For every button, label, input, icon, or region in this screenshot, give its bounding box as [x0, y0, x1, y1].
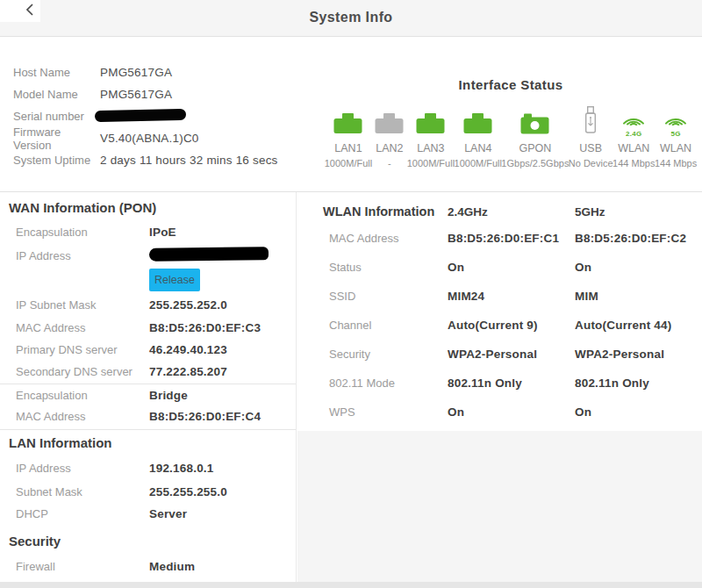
field-label: 802.11 Mode	[329, 376, 448, 390]
wlan-panel: WLAN Information 2.4GHz 5GHz MAC Address…	[297, 192, 702, 583]
device-info-row-firmware-version: Firmware VersionV5.40(ABNA.1)C0	[13, 127, 278, 149]
release-button[interactable]: Release	[149, 269, 200, 291]
interface-status-row: LAN11000M/FullLAN2-LAN31000M/FullLAN4100…	[323, 106, 698, 169]
ethernet-port-icon	[416, 106, 445, 138]
release-button-row: Release	[0, 267, 296, 293]
row-dhcp-2: DHCPServer	[0, 503, 296, 525]
ethernet-port-icon	[463, 106, 492, 138]
wlan-row-channel: ChannelAuto(Current 9)Auto(Current 44)	[297, 311, 702, 340]
system-info-page: System Info Host NamePMG5617GAModel Name…	[0, 0, 702, 588]
redaction-bar	[95, 108, 186, 121]
value-5ghz: Auto(Current 44)	[575, 319, 702, 332]
row-ip-address-0: IP Address192.168.0.1	[0, 455, 296, 481]
info-label: System Uptime	[13, 154, 100, 167]
interface-item-wlan-2-4g: 2.4GWLAN144 Mbps	[612, 106, 655, 169]
ethernet-port-icon	[463, 112, 492, 138]
interface-status-value: No Device	[569, 158, 613, 169]
value-2-4ghz: 802.11n Only	[448, 376, 575, 390]
row-ip-address-1: IP Address	[0, 244, 296, 267]
interface-item-lan4: LAN41000M/Full	[455, 106, 502, 169]
field-value: 255.255.252.0	[149, 298, 296, 312]
row-encapsulation-0: EncapsulationIPoE	[0, 219, 296, 244]
field-label: Subnet Mask	[16, 485, 149, 498]
interface-item-gpon: GPON1Gbps/2.5Gbps	[502, 106, 569, 169]
value-2-4ghz: B8:D5:26:D0:EF:C1	[448, 232, 575, 245]
wlan-column-2-4ghz: 2.4GHz	[448, 205, 575, 219]
row-secondary-dns-server-5: Secondary DNS server77.222.85.207	[0, 361, 296, 382]
interface-item-lan2: LAN2-	[372, 106, 407, 169]
ethernet-port-icon	[333, 106, 362, 138]
wlan-row-ssid: SSIDMIM24MIM	[297, 282, 702, 311]
value-5ghz: 802.11n Only	[575, 376, 702, 390]
value-2-4ghz: On	[448, 405, 575, 419]
lan-rows: IP Address192.168.0.1Subnet Mask255.255.…	[0, 455, 296, 525]
interface-name: LAN1	[334, 142, 362, 154]
row-encapsulation-6: EncapsulationBridge	[0, 384, 296, 405]
wifi-band-label: 5G	[670, 130, 680, 138]
device-info-row-serial-number: Serial number	[13, 105, 278, 127]
field-label: Primary DNS server	[16, 343, 149, 356]
field-label: IP Address	[16, 462, 149, 475]
ethernet-port-icon	[375, 106, 404, 138]
value-5ghz: On	[575, 405, 702, 419]
field-label: Encapsulation	[16, 389, 149, 402]
wlan-column-5ghz: 5GHz	[575, 205, 702, 219]
wifi-icon: 5G	[662, 106, 690, 138]
ethernet-port-icon	[333, 112, 362, 138]
interface-item-wlan-5g: 5GWLAN144 Mbps	[655, 106, 697, 169]
field-label: Channel	[329, 319, 448, 332]
wifi-icon: 2.4G	[620, 106, 648, 138]
security-heading: Security	[0, 525, 296, 553]
info-label: Firmware Version	[13, 125, 100, 152]
field-label: SSID	[329, 290, 448, 303]
panel-background	[297, 431, 702, 583]
row-firewall-0: FirewallMedium	[0, 553, 296, 579]
field-value: 192.168.0.1	[149, 462, 296, 475]
device-info-row-model-name: Model NamePMG5617GA	[13, 83, 278, 105]
gpon-icon	[520, 112, 549, 138]
field-value: 46.249.40.123	[149, 343, 296, 356]
value-5ghz: On	[575, 261, 702, 274]
interface-status-value: 1000M/Full	[455, 158, 502, 169]
wlan-row-status: StatusOnOn	[297, 253, 702, 282]
interface-name: LAN2	[376, 142, 403, 154]
interface-status-value: 1000M/Full	[325, 158, 372, 169]
lan-information-heading: LAN Information	[0, 430, 296, 455]
wlan-row-security: SecurityWPA2-PersonalWPA2-Personal	[297, 340, 702, 369]
field-value: 255.255.255.0	[149, 485, 296, 498]
lower-region: WAN Information (PON) EncapsulationIPoEI…	[0, 191, 702, 583]
interface-status-value: -	[388, 158, 391, 169]
wlan-row-802-11-mode: 802.11 Mode802.11n Only802.11n Only	[297, 369, 702, 398]
field-label: IP Address	[16, 249, 149, 262]
value-5ghz: MIM	[575, 290, 702, 303]
value-2-4ghz: On	[448, 261, 575, 274]
wlan-row-wps: WPSOnOn	[297, 398, 702, 427]
value-2-4ghz: Auto(Current 9)	[448, 319, 575, 332]
field-value: Bridge	[149, 389, 296, 402]
row-primary-dns-server-4: Primary DNS server46.249.40.123	[0, 339, 296, 361]
device-info-row-host-name: Host NamePMG5617GA	[13, 61, 278, 83]
field-label: Status	[329, 261, 448, 274]
field-value	[149, 247, 296, 263]
field-label: IP Subnet Mask	[16, 298, 149, 312]
wlan-header-row: WLAN Information 2.4GHz 5GHz	[297, 199, 702, 224]
interface-item-lan3: LAN31000M/Full	[407, 106, 455, 169]
field-value: 77.222.85.207	[149, 365, 296, 378]
info-value: PMG5617GA	[100, 66, 172, 79]
field-label: Secondary DNS server	[16, 365, 149, 378]
interface-item-lan1: LAN11000M/Full	[325, 106, 372, 169]
interface-status-value: 144 Mbps	[612, 158, 655, 169]
wan-lan-panel: WAN Information (PON) EncapsulationIPoEI…	[0, 192, 297, 583]
interface-status-title: Interface Status	[323, 37, 698, 92]
interface-name: LAN4	[464, 142, 491, 154]
top-section: Host NamePMG5617GAModel NamePMG5617GASer…	[0, 37, 702, 191]
value-5ghz: WPA2-Personal	[575, 348, 702, 361]
info-value: 2 days 11 hours 32 mins 16 secs	[100, 154, 278, 167]
usb-icon	[583, 106, 598, 138]
field-label: MAC Address	[16, 321, 149, 334]
value-2-4ghz: WPA2-Personal	[448, 348, 575, 361]
wan-information-heading: WAN Information (PON)	[0, 192, 296, 219]
wlan-information-heading: WLAN Information	[323, 204, 448, 219]
field-label: WPS	[329, 405, 448, 419]
device-info-row-system-uptime: System Uptime2 days 11 hours 32 mins 16 …	[13, 149, 278, 171]
